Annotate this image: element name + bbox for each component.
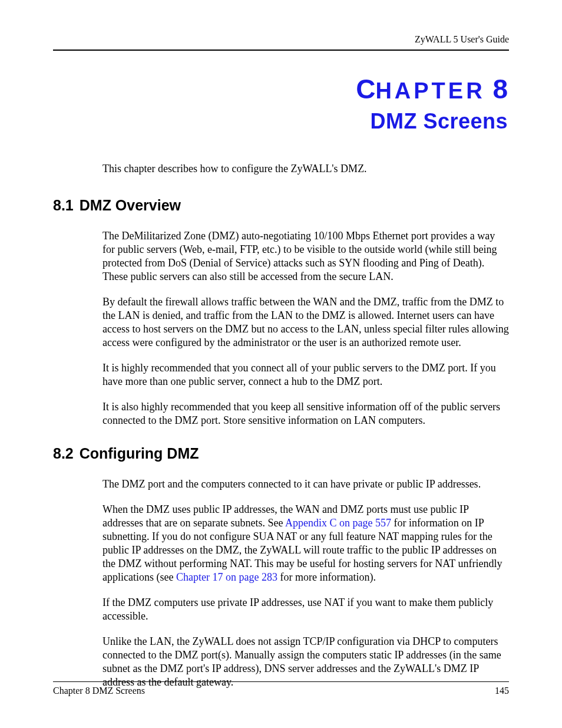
text-run: for more information). — [277, 571, 376, 583]
paragraph: The DeMilitarized Zone (DMZ) auto-negoti… — [103, 229, 509, 284]
paragraph: By default the firewall allows traffic b… — [103, 295, 509, 350]
page-footer: Chapter 8 DMZ Screens 145 — [53, 681, 509, 696]
section-title: Configuring DMZ — [80, 445, 199, 462]
chapter-label: CHAPTER 8 — [53, 73, 508, 106]
paragraph: It is also highly recommended that you k… — [103, 400, 509, 427]
footer-chapter-title: Chapter 8 DMZ Screens — [53, 686, 145, 696]
link-appendix-c[interactable]: Appendix C on page 557 — [285, 517, 391, 529]
paragraph: It is highly recommended that you connec… — [103, 361, 509, 388]
section-body-overview: The DeMilitarized Zone (DMZ) auto-negoti… — [103, 229, 509, 427]
section-body-configuring: The DMZ port and the computers connected… — [103, 477, 509, 689]
paragraph: When the DMZ uses public IP addresses, t… — [103, 503, 509, 584]
paragraph: The DMZ port and the computers connected… — [103, 477, 509, 491]
section-title: DMZ Overview — [80, 197, 181, 213]
chapter-heading: CHAPTER 8 DMZ Screens — [53, 73, 509, 134]
section-number: 8.2 — [53, 445, 74, 462]
section-number: 8.1 — [53, 197, 74, 213]
chapter-intro: This chapter describes how to configure … — [103, 162, 509, 176]
paragraph: If the DMZ computers use private IP addr… — [103, 596, 509, 623]
page-number: 145 — [495, 686, 509, 696]
chapter-title: DMZ Screens — [53, 109, 508, 134]
guide-title: ZyWALL 5 User's Guide — [415, 34, 509, 44]
page-header: ZyWALL 5 User's Guide — [53, 34, 509, 51]
chapter-number: 8 — [485, 74, 508, 104]
section-heading-configuring: 8.2Configuring DMZ — [53, 445, 509, 462]
link-chapter-17[interactable]: Chapter 17 on page 283 — [176, 571, 277, 583]
chapter-label-mid: HAPTER — [375, 78, 485, 103]
chapter-label-prefix: C — [356, 74, 375, 104]
section-heading-overview: 8.1DMZ Overview — [53, 197, 509, 214]
